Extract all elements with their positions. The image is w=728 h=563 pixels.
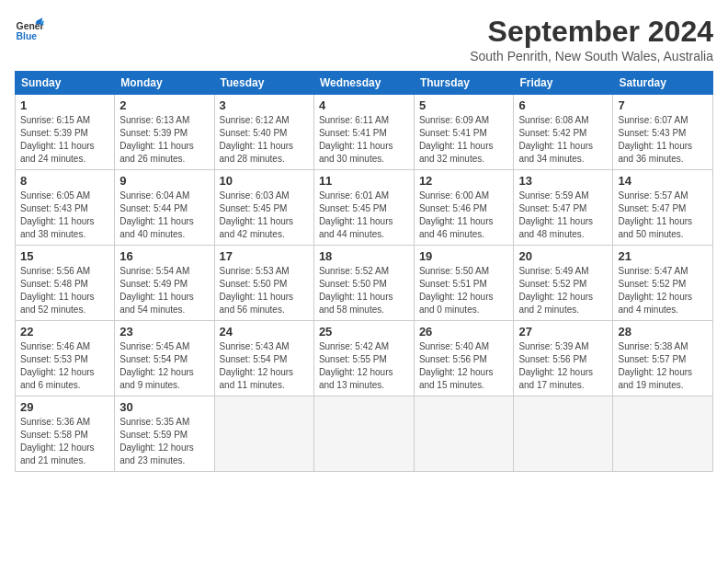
day-number: 22 — [20, 325, 109, 339]
month-title: September 2024 — [470, 15, 713, 49]
table-row: 26Sunrise: 5:40 AM Sunset: 5:56 PM Dayli… — [414, 321, 514, 396]
table-row: 17Sunrise: 5:53 AM Sunset: 5:50 PM Dayli… — [214, 246, 313, 321]
day-number: 16 — [119, 249, 209, 263]
table-row — [414, 396, 514, 472]
day-number: 13 — [518, 174, 608, 188]
day-number: 20 — [518, 249, 608, 263]
table-row: 11Sunrise: 6:01 AM Sunset: 5:45 PM Dayli… — [313, 170, 414, 246]
table-row: 15Sunrise: 5:56 AM Sunset: 5:48 PM Dayli… — [16, 246, 115, 321]
day-number: 24 — [220, 325, 309, 339]
day-number: 23 — [119, 325, 209, 339]
table-row: 27Sunrise: 5:39 AM Sunset: 5:56 PM Dayli… — [514, 321, 613, 396]
day-info: Sunrise: 5:50 AM Sunset: 5:51 PM Dayligh… — [419, 265, 509, 316]
day-info: Sunrise: 5:59 AM Sunset: 5:47 PM Dayligh… — [518, 190, 608, 241]
header-sunday: Sunday — [16, 72, 115, 95]
table-row: 16Sunrise: 5:54 AM Sunset: 5:49 PM Dayli… — [115, 246, 214, 321]
day-number: 3 — [220, 98, 309, 112]
table-row: 30Sunrise: 5:35 AM Sunset: 5:59 PM Dayli… — [115, 396, 214, 472]
day-info: Sunrise: 5:38 AM Sunset: 5:57 PM Dayligh… — [618, 340, 708, 392]
day-number: 17 — [220, 249, 309, 263]
day-number: 25 — [319, 325, 409, 339]
day-info: Sunrise: 6:04 AM Sunset: 5:44 PM Dayligh… — [119, 190, 209, 241]
table-row: 9Sunrise: 6:04 AM Sunset: 5:44 PM Daylig… — [115, 170, 214, 246]
day-info: Sunrise: 5:52 AM Sunset: 5:50 PM Dayligh… — [319, 265, 409, 316]
day-number: 11 — [319, 174, 409, 188]
day-number: 27 — [518, 325, 608, 339]
day-info: Sunrise: 6:09 AM Sunset: 5:41 PM Dayligh… — [419, 114, 509, 166]
day-info: Sunrise: 6:13 AM Sunset: 5:39 PM Dayligh… — [119, 114, 209, 166]
day-info: Sunrise: 5:35 AM Sunset: 5:59 PM Dayligh… — [119, 416, 209, 467]
day-number: 15 — [20, 249, 109, 263]
header-saturday: Saturday — [613, 72, 713, 95]
day-info: Sunrise: 5:49 AM Sunset: 5:52 PM Dayligh… — [518, 265, 608, 316]
day-number: 19 — [419, 249, 509, 263]
day-info: Sunrise: 5:39 AM Sunset: 5:56 PM Dayligh… — [518, 340, 608, 392]
calendar-week-row: 22Sunrise: 5:46 AM Sunset: 5:53 PM Dayli… — [16, 321, 713, 396]
day-info: Sunrise: 6:07 AM Sunset: 5:43 PM Dayligh… — [618, 114, 708, 166]
day-info: Sunrise: 6:01 AM Sunset: 5:45 PM Dayligh… — [319, 190, 409, 241]
table-row — [613, 396, 713, 472]
calendar-header-row: Sunday Monday Tuesday Wednesday Thursday… — [16, 72, 713, 95]
day-number: 9 — [119, 174, 209, 188]
svg-text:Blue: Blue — [17, 31, 38, 41]
table-row: 29Sunrise: 5:36 AM Sunset: 5:58 PM Dayli… — [16, 396, 115, 472]
location-subtitle: South Penrith, New South Wales, Australi… — [470, 49, 713, 63]
table-row: 24Sunrise: 5:43 AM Sunset: 5:54 PM Dayli… — [214, 321, 313, 396]
table-row: 4Sunrise: 6:11 AM Sunset: 5:41 PM Daylig… — [313, 95, 414, 170]
day-info: Sunrise: 5:46 AM Sunset: 5:53 PM Dayligh… — [20, 340, 109, 392]
table-row: 5Sunrise: 6:09 AM Sunset: 5:41 PM Daylig… — [414, 95, 514, 170]
day-info: Sunrise: 5:42 AM Sunset: 5:55 PM Dayligh… — [319, 340, 409, 392]
day-number: 21 — [618, 249, 708, 263]
table-row: 19Sunrise: 5:50 AM Sunset: 5:51 PM Dayli… — [414, 246, 514, 321]
day-number: 4 — [319, 98, 409, 112]
day-number: 29 — [20, 400, 109, 414]
calendar-week-row: 15Sunrise: 5:56 AM Sunset: 5:48 PM Dayli… — [16, 246, 713, 321]
table-row: 20Sunrise: 5:49 AM Sunset: 5:52 PM Dayli… — [514, 246, 613, 321]
day-info: Sunrise: 6:03 AM Sunset: 5:45 PM Dayligh… — [220, 190, 309, 241]
day-info: Sunrise: 5:54 AM Sunset: 5:49 PM Dayligh… — [119, 265, 209, 316]
calendar-week-row: 1Sunrise: 6:15 AM Sunset: 5:39 PM Daylig… — [16, 95, 713, 170]
day-info: Sunrise: 6:15 AM Sunset: 5:39 PM Dayligh… — [20, 114, 109, 166]
table-row: 12Sunrise: 6:00 AM Sunset: 5:46 PM Dayli… — [414, 170, 514, 246]
day-number: 10 — [220, 174, 309, 188]
table-row: 7Sunrise: 6:07 AM Sunset: 5:43 PM Daylig… — [613, 95, 713, 170]
title-block: September 2024 South Penrith, New South … — [470, 15, 713, 63]
header: General Blue September 2024 South Penrit… — [15, 15, 713, 63]
table-row: 22Sunrise: 5:46 AM Sunset: 5:53 PM Dayli… — [16, 321, 115, 396]
day-number: 30 — [119, 400, 209, 414]
day-info: Sunrise: 5:56 AM Sunset: 5:48 PM Dayligh… — [20, 265, 109, 316]
day-number: 12 — [419, 174, 509, 188]
header-thursday: Thursday — [414, 72, 514, 95]
logo-icon: General Blue — [15, 15, 44, 44]
day-number: 1 — [20, 98, 109, 112]
table-row: 14Sunrise: 5:57 AM Sunset: 5:47 PM Dayli… — [613, 170, 713, 246]
table-row: 18Sunrise: 5:52 AM Sunset: 5:50 PM Dayli… — [313, 246, 414, 321]
day-number: 2 — [119, 98, 209, 112]
header-tuesday: Tuesday — [214, 72, 313, 95]
day-info: Sunrise: 6:11 AM Sunset: 5:41 PM Dayligh… — [319, 114, 409, 166]
table-row: 25Sunrise: 5:42 AM Sunset: 5:55 PM Dayli… — [313, 321, 414, 396]
day-number: 28 — [618, 325, 708, 339]
day-number: 8 — [20, 174, 109, 188]
day-info: Sunrise: 5:45 AM Sunset: 5:54 PM Dayligh… — [119, 340, 209, 392]
day-info: Sunrise: 6:00 AM Sunset: 5:46 PM Dayligh… — [419, 190, 509, 241]
day-info: Sunrise: 5:40 AM Sunset: 5:56 PM Dayligh… — [419, 340, 509, 392]
day-info: Sunrise: 5:53 AM Sunset: 5:50 PM Dayligh… — [220, 265, 309, 316]
day-number: 14 — [618, 174, 708, 188]
day-number: 26 — [419, 325, 509, 339]
table-row — [313, 396, 414, 472]
header-friday: Friday — [514, 72, 613, 95]
header-monday: Monday — [115, 72, 214, 95]
day-info: Sunrise: 5:57 AM Sunset: 5:47 PM Dayligh… — [618, 190, 708, 241]
table-row: 21Sunrise: 5:47 AM Sunset: 5:52 PM Dayli… — [613, 246, 713, 321]
day-number: 6 — [518, 98, 608, 112]
day-info: Sunrise: 6:05 AM Sunset: 5:43 PM Dayligh… — [20, 190, 109, 241]
day-number: 7 — [618, 98, 708, 112]
day-info: Sunrise: 6:12 AM Sunset: 5:40 PM Dayligh… — [220, 114, 309, 166]
table-row: 3Sunrise: 6:12 AM Sunset: 5:40 PM Daylig… — [214, 95, 313, 170]
table-row: 13Sunrise: 5:59 AM Sunset: 5:47 PM Dayli… — [514, 170, 613, 246]
calendar-week-row: 29Sunrise: 5:36 AM Sunset: 5:58 PM Dayli… — [16, 396, 713, 472]
day-info: Sunrise: 6:08 AM Sunset: 5:42 PM Dayligh… — [518, 114, 608, 166]
table-row: 6Sunrise: 6:08 AM Sunset: 5:42 PM Daylig… — [514, 95, 613, 170]
day-number: 18 — [319, 249, 409, 263]
